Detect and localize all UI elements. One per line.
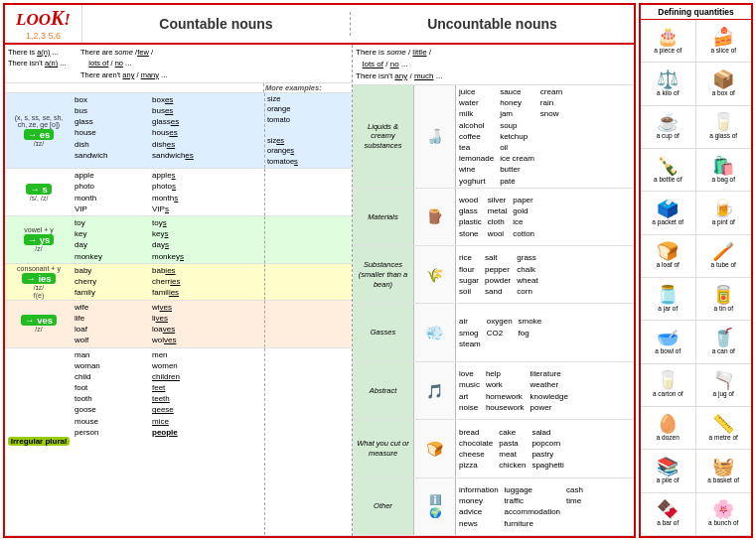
sidebar-item-pint: 🍺 a pint of: [696, 192, 752, 234]
word: yoghurt: [459, 176, 494, 187]
rule-ies: consonant + y → ies /ɪz/f(e): [5, 264, 73, 300]
glass-icon: 🥛: [712, 113, 734, 131]
word: help: [486, 368, 525, 379]
word: wood: [459, 195, 482, 205]
icon-gasses: 💨: [414, 304, 456, 360]
sidebar-item-carton: 🥛 a carton of: [641, 364, 696, 407]
word: salt: [485, 252, 511, 263]
word: homework: [486, 391, 525, 402]
word: salad: [531, 427, 563, 438]
sidebar-item-bar: 🍫 a bar of: [641, 493, 696, 536]
word: information: [459, 484, 499, 495]
tin-label: a tin of: [713, 305, 733, 313]
word: rain: [540, 97, 562, 108]
word: spaghetti: [531, 460, 563, 471]
word: paper: [513, 195, 534, 205]
logo-numbers: 1,2,3 5,6: [8, 31, 78, 41]
noun-row-ves: → ves /z/ wifelifeloafwolf wiveslivesloa…: [5, 301, 352, 348]
word: smoke: [519, 316, 542, 327]
singular-irregular: manwomanchildfoottoothgoosemouseperson: [73, 348, 150, 536]
words-col3: literature weather knowledge power: [530, 368, 568, 413]
sidebar-item-tube: 🪥 a tube of: [696, 235, 752, 278]
more-es: sizeorangetomato sizesorangestomatoes: [264, 93, 352, 169]
sidebar-item-slice: 🍰 a slice of: [696, 20, 752, 63]
words-col1: air smog steam: [459, 316, 481, 349]
can-label: a can of: [712, 347, 735, 355]
jug-icon: 🫗: [712, 371, 734, 389]
piece-label: a piece of: [654, 47, 681, 55]
countable-grammar: There is a(n) ... There isn't a(n) ... T…: [5, 45, 352, 83]
noun-row-ys: vowel + y → ys /z/ toykeydaymonkey toysk…: [5, 216, 352, 264]
bowl-icon: 🥣: [657, 329, 679, 346]
packet-label: a packet of: [652, 218, 683, 226]
word: chalk: [517, 264, 537, 275]
word: snow: [540, 108, 562, 119]
uncountable-title: Uncountable nouns: [351, 12, 634, 36]
word: metal: [488, 205, 508, 216]
word: housework: [486, 402, 525, 413]
word: paté: [500, 176, 534, 187]
tube-label: a tube of: [711, 261, 736, 269]
grammar-lots-unc: lots of / no ...: [356, 59, 631, 70]
word: honey: [500, 97, 534, 108]
countable-title: Countable nouns: [82, 12, 351, 36]
words-abstract: love music art noise help work homework …: [456, 362, 634, 419]
rule-es: (x, s, ss, se, sh,ch, ze, ge [o]) → es /…: [5, 93, 73, 169]
cup-icon: ☕: [657, 113, 679, 131]
words-col2: cake pasta meat chicken: [499, 427, 526, 472]
rule-irregular: Irregular plural: [5, 348, 73, 536]
icon-other: ℹ️ 🌍: [414, 478, 456, 535]
word: corn: [517, 286, 537, 297]
badge-ves: → ves: [21, 315, 57, 326]
sidebar-item-bag: 🛍️ a bag of: [696, 149, 752, 192]
category-materials: Materials: [353, 189, 414, 245]
word: music: [459, 379, 480, 390]
urow-other: Other ℹ️ 🌍 information money advice news: [353, 478, 634, 536]
sidebar-item-bowl: 🥣 a bowl of: [641, 321, 696, 363]
word: bread: [459, 427, 493, 438]
slice-icon: 🍰: [712, 28, 734, 46]
word: juice: [459, 86, 494, 97]
dozen-icon: 🥚: [657, 415, 679, 433]
bar-label: a bar of: [657, 519, 679, 527]
word: gold: [513, 205, 534, 216]
phoneme-sz: /s/, /z/: [30, 195, 49, 202]
more-ies: [264, 264, 352, 300]
can-icon: 🥤: [712, 329, 734, 346]
logo-box: LOOK! 1,2,3 5,6: [5, 5, 82, 43]
words-other: information money advice news luggage tr…: [456, 478, 634, 535]
sidebar-item-jar: 🫙 a jar of: [641, 278, 696, 321]
grammar-singular: There is a(n) ... There isn't a(n) ...: [8, 47, 73, 80]
word: smog: [459, 328, 481, 338]
words-col1: wood glass plastic stone: [459, 195, 482, 239]
words-col1: rice flour sugar soil: [459, 252, 479, 297]
sidebar-item-tin: 🥫 a tin of: [696, 278, 752, 321]
bottle-label: a bottle of: [654, 176, 682, 184]
bottle-icon: 🍾: [657, 157, 679, 175]
jar-icon: 🫙: [657, 286, 679, 304]
basket-label: a basket of: [707, 476, 739, 484]
word: furniture: [505, 518, 560, 529]
packet-icon: 🗳️: [657, 200, 679, 217]
sidebar-item-box: 📦 a box of: [696, 63, 752, 105]
header-singular: [74, 83, 151, 92]
word: tea: [459, 142, 494, 153]
word: knowledge: [530, 391, 568, 402]
words-col3: smoke fog: [519, 316, 542, 349]
word: milk: [459, 108, 494, 119]
word: chocolate: [459, 438, 493, 449]
category-abstract: Abstract: [353, 362, 414, 419]
pile-label: a pile of: [657, 476, 680, 484]
noun-row-irregular: Irregular plural manwomanchildfoottoothg…: [5, 348, 352, 537]
urow-liquids: Liquids &creamysubstances 🍶 juice water …: [353, 85, 634, 189]
phoneme-ies: /ɪz/f(e): [34, 284, 45, 299]
word: powder: [485, 275, 511, 286]
word: power: [530, 402, 568, 413]
more-irregular: [264, 348, 352, 536]
word: sugar: [459, 275, 479, 286]
sidebar-item-piece: 🎂 a piece of: [641, 20, 696, 63]
rule-ys: vowel + y → ys /z/: [5, 216, 73, 263]
main-panel: LOOK! 1,2,3 5,6 Countable nouns Uncounta…: [3, 3, 636, 538]
word: stone: [459, 228, 482, 239]
word: soup: [500, 120, 534, 131]
